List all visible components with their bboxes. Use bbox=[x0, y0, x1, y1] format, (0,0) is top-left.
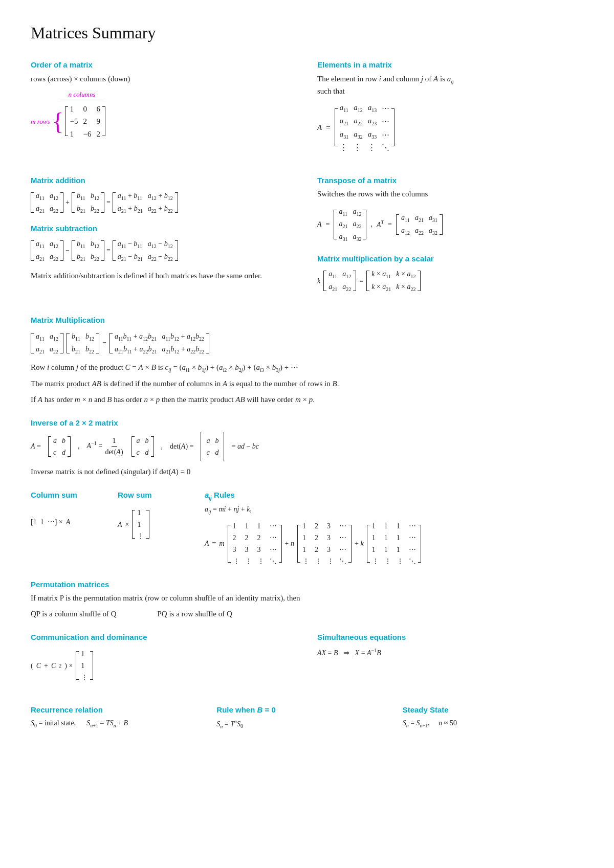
transpose-desc: Switches the rows with the columns bbox=[317, 188, 583, 200]
inverse-title: Inverse of a 2 × 2 matrix bbox=[31, 417, 583, 429]
scalar-mult-title: Matrix multiplication by a scalar bbox=[317, 253, 583, 265]
pq-desc: PQ is a row shuffle of Q bbox=[157, 608, 232, 620]
col-sum-title: Column sum bbox=[31, 489, 113, 501]
matrix-product-def: The matrix product AB is defined if the … bbox=[31, 378, 583, 390]
elements-matrix: a11a12a13⋯ a21a22a23⋯ a31a32a33⋯ ⋮⋮⋮⋱ bbox=[335, 100, 395, 155]
transpose-title: Transpose of a matrix bbox=[317, 175, 583, 187]
inverse-formula: A = ab cd , A−1 = 1det(A) ab cd , det(A)… bbox=[31, 432, 583, 461]
section-comm-dom: Communication and dominance (C + C2) × 1… bbox=[31, 632, 297, 685]
page-title: Matrices Summary bbox=[31, 20, 583, 45]
row-sum-title: Row sum bbox=[118, 489, 200, 501]
elements-desc2: such that bbox=[317, 85, 583, 97]
rule-b0-section: Rule when B = 0 Sn = TnS0 bbox=[216, 704, 397, 730]
transpose-A: a11a12 a21a22 a31a32 bbox=[334, 204, 366, 245]
recurrence-title: Recurrence relation bbox=[31, 704, 211, 716]
permutation-title: Permutation matrices bbox=[31, 579, 583, 591]
aij-rules-section: aij Rules aij = mi + nj + k, A = m 111⋯ … bbox=[205, 489, 583, 569]
section-transpose: Transpose of a matrix Switches the rows … bbox=[317, 175, 583, 295]
section-permutation: Permutation matrices If matrix P is the … bbox=[31, 579, 583, 620]
col-sum-section: Column sum [1 1 ⋯] × A bbox=[31, 489, 113, 569]
section-inverse: Inverse of a 2 × 2 matrix A = ab cd , A−… bbox=[31, 417, 583, 477]
matrix-subtraction-formula: a11a12 a21a22 − b11b12 b21b22 = bbox=[31, 236, 297, 265]
section-matrix-mult: Matrix Multiplication a11a12 a21a22 b11b… bbox=[31, 315, 583, 405]
permutation-desc: If matrix P is the permutation matrix (r… bbox=[31, 592, 583, 604]
scalar-mult-formula: k a11a12 a21a22 = k × a11k × a12 k × a21… bbox=[317, 266, 583, 295]
section-matrix-addition: Matrix addition a11a12 a21a22 + b11b12 bbox=[31, 175, 297, 295]
curly-brace: { bbox=[52, 110, 63, 132]
order-matrix: 106 −529 1−62 bbox=[65, 101, 105, 142]
row-col-product-desc: Row i column j of the product C = A × B … bbox=[31, 362, 583, 374]
matrix-product-order: If A has order m × n and B has order n ×… bbox=[31, 394, 583, 406]
n-columns-label: n columns bbox=[68, 90, 95, 100]
matrix-subtraction-title: Matrix subtraction bbox=[31, 223, 297, 235]
m-rows-label: m rows bbox=[31, 117, 50, 127]
comm-dom-formula: (C + C2) × 1 1 ⋮ bbox=[31, 647, 297, 685]
row-sum-section: Row sum A × 1 1 ⋮ bbox=[118, 489, 200, 569]
simult-formula: AX = B ⇒ X = A−1B bbox=[317, 647, 583, 658]
matrix-addition-title: Matrix addition bbox=[31, 175, 297, 187]
section-sums: Column sum [1 1 ⋯] × A Row sum A × 1 1 ⋮ bbox=[31, 489, 583, 569]
recurrence-s0: S0 = inital state, Sn+1 = TSn + B bbox=[31, 718, 211, 729]
aij-matrix-formula: A = m 111⋯ 222⋯ 333⋯ ⋮⋮⋮⋱ + n 123⋯ bbox=[205, 519, 583, 569]
recurrence-section: Recurrence relation S0 = inital state, S… bbox=[31, 704, 211, 730]
inverse-note: Inverse matrix is not defined (singular)… bbox=[31, 466, 583, 478]
section-recurrence: Recurrence relation S0 = inital state, S… bbox=[31, 704, 583, 730]
elements-desc: The element in row i and column j of A i… bbox=[317, 73, 583, 85]
matrix-mult-title: Matrix Multiplication bbox=[31, 315, 583, 326]
matrix-mult-formula: a11a12 a21a22 b11b12 b21b22 = a11b11 + a… bbox=[31, 329, 583, 358]
section-order-title: Order of a matrix bbox=[31, 59, 297, 71]
qp-desc: QP is a column shuffle of Q bbox=[31, 608, 116, 620]
steady-state-section: Steady State Sn = Sn+1, n ≈ 50 bbox=[403, 704, 583, 730]
add-sub-note: Matrix addition/subtraction is defined i… bbox=[31, 270, 297, 282]
aij-rules-title: aij Rules bbox=[205, 489, 583, 502]
section-elements: Elements in a matrix The element in row … bbox=[317, 59, 583, 155]
matrix-addition-formula: a11a12 a21a22 + b11b12 b21b22 = bbox=[31, 188, 297, 217]
rule-b0-title: Rule when B = 0 bbox=[216, 704, 397, 716]
section-order: Order of a matrix rows (across) × column… bbox=[31, 59, 297, 155]
steady-state-formula: Sn = Sn+1, n ≈ 50 bbox=[403, 718, 583, 729]
section-simult: Simultaneous equations AX = B ⇒ X = A−1B bbox=[317, 632, 583, 685]
aij-formula: aij = mi + nj + k, bbox=[205, 504, 583, 516]
steady-state-title: Steady State bbox=[403, 704, 583, 716]
order-desc: rows (across) × columns (down) bbox=[31, 73, 297, 85]
row-sum-formula: A × 1 1 ⋮ bbox=[118, 505, 200, 544]
simult-title: Simultaneous equations bbox=[317, 632, 583, 643]
section-elements-title: Elements in a matrix bbox=[317, 59, 583, 71]
col-sum-formula: [1 1 ⋯] × A bbox=[31, 517, 113, 527]
transpose-AT: a11a21a31 a12a22a32 bbox=[396, 210, 443, 239]
rule-b0-formula: Sn = TnS0 bbox=[216, 718, 397, 730]
comm-dom-title: Communication and dominance bbox=[31, 632, 297, 643]
